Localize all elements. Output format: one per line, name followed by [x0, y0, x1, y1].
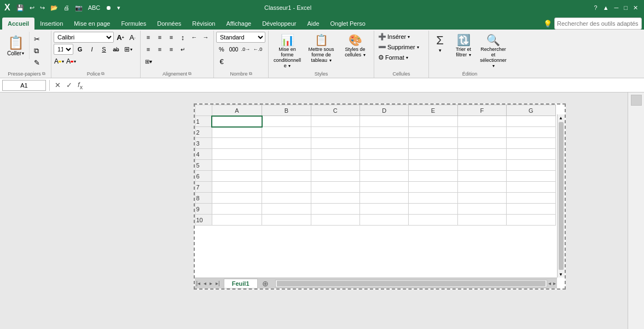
col-header-B[interactable]: B — [262, 105, 311, 116]
tab-insertion[interactable]: Insertion — [34, 18, 68, 30]
font-name-select[interactable]: Calibri — [54, 32, 114, 43]
cell-D10[interactable] — [359, 215, 408, 226]
scroll-thumb-h[interactable] — [277, 281, 546, 286]
cell-A8[interactable] — [212, 193, 262, 204]
cell-E10[interactable] — [409, 215, 457, 226]
strikethrough-button[interactable]: ab — [111, 44, 121, 55]
cell-C2[interactable] — [311, 127, 359, 138]
cell-B7[interactable] — [262, 182, 311, 193]
underline-button[interactable]: S — [98, 44, 109, 55]
col-header-G[interactable]: G — [507, 105, 555, 116]
mise-en-forme-cond-button[interactable]: 📊 Mise en forme conditionnelle ▾ — [271, 32, 304, 70]
qa-more-btn[interactable]: ▾ — [115, 3, 122, 13]
close-btn[interactable]: ✕ — [631, 3, 640, 13]
cell-E7[interactable] — [409, 182, 457, 193]
supprimer-button[interactable]: ➖ Supprimer ▾ — [376, 42, 421, 52]
scroll-up-btn[interactable]: ▲ — [558, 114, 565, 121]
cell-B4[interactable] — [262, 149, 311, 160]
cell-G2[interactable] — [507, 127, 555, 138]
align-bottom-btn[interactable]: ≡ — [166, 32, 177, 43]
qa-print-btn[interactable]: 🖨 — [62, 3, 71, 12]
cell-E6[interactable] — [409, 171, 457, 182]
minimize-btn[interactable]: ─ — [613, 3, 620, 12]
cell-B9[interactable] — [262, 204, 311, 215]
wrap-text-btn[interactable]: ↵ — [177, 44, 188, 55]
cell-E8[interactable] — [409, 193, 457, 204]
tab-accueil[interactable]: Accueil — [2, 18, 34, 30]
cell-F4[interactable] — [457, 149, 506, 160]
maximize-btn[interactable]: □ — [622, 3, 629, 12]
cell-D4[interactable] — [359, 149, 408, 160]
cell-A9[interactable] — [212, 204, 262, 215]
cell-C3[interactable] — [311, 138, 359, 149]
cell-F9[interactable] — [457, 204, 506, 215]
cell-G5[interactable] — [507, 160, 555, 171]
currency-btn[interactable]: € — [216, 56, 227, 67]
cell-D9[interactable] — [359, 204, 408, 215]
sheet-nav-last[interactable]: ▸| — [214, 280, 222, 286]
cell-A6[interactable] — [212, 171, 262, 182]
cell-A10[interactable] — [212, 215, 262, 226]
mettre-sous-forme-button[interactable]: 📋 Mettre sous forme de tableau ▾ — [305, 32, 338, 65]
cell-C9[interactable] — [311, 204, 359, 215]
cell-D6[interactable] — [359, 171, 408, 182]
merge-center-btn[interactable]: ⊞▾ — [143, 56, 154, 67]
cell-E3[interactable] — [409, 138, 457, 149]
tab-developpeur[interactable]: Développeur — [257, 18, 301, 30]
thousands-btn[interactable]: 000 — [228, 44, 239, 55]
presse-papiers-expand-icon[interactable]: ⧉ — [42, 71, 45, 77]
col-header-E[interactable]: E — [409, 105, 457, 116]
tab-aide[interactable]: Aide — [302, 18, 325, 30]
sigma-button[interactable]: Σ ▾ — [431, 32, 449, 55]
cell-D3[interactable] — [359, 138, 408, 149]
align-right-btn[interactable]: ≡ — [166, 44, 177, 55]
cell-D1[interactable] — [359, 116, 408, 127]
cell-F7[interactable] — [457, 182, 506, 193]
font-color-button[interactable]: A ▾ — [66, 56, 77, 67]
couper-button[interactable]: ✂ — [32, 34, 42, 44]
alignement-expand-icon[interactable]: ⧉ — [188, 71, 192, 77]
cell-G6[interactable] — [507, 171, 555, 182]
indent-increase-btn[interactable]: → — [200, 32, 211, 43]
cell-A3[interactable] — [212, 138, 262, 149]
align-top-btn[interactable]: ≡ — [143, 32, 154, 43]
cell-B5[interactable] — [262, 160, 311, 171]
tab-onglet-perso[interactable]: Onglet Perso — [325, 18, 371, 30]
italic-button[interactable]: I — [86, 44, 97, 55]
cell-B10[interactable] — [262, 215, 311, 226]
qa-screenshot-btn[interactable]: 📷 — [73, 3, 84, 13]
col-header-A[interactable]: A — [212, 105, 262, 116]
vertical-scrollbar[interactable]: ▲ ▼ — [557, 114, 565, 278]
police-expand-icon[interactable]: ⧉ — [101, 71, 105, 77]
scroll-left-btn[interactable]: ◂ — [547, 280, 552, 286]
decimal-decrease-btn[interactable]: ←.0 — [252, 44, 263, 55]
cell-A2[interactable] — [212, 127, 262, 138]
bold-button[interactable]: G — [74, 44, 85, 55]
cell-G10[interactable] — [507, 215, 555, 226]
qa-spell-btn[interactable]: ABC — [86, 3, 102, 12]
cell-E5[interactable] — [409, 160, 457, 171]
cell-G4[interactable] — [507, 149, 555, 160]
indent-decrease-btn[interactable]: ← — [189, 32, 200, 43]
qa-open-btn[interactable]: 📂 — [49, 3, 60, 13]
font-increase-icon[interactable]: A+ — [115, 32, 126, 43]
cell-D7[interactable] — [359, 182, 408, 193]
col-header-C[interactable]: C — [311, 105, 359, 116]
format-button[interactable]: ⚙ Format ▾ — [376, 53, 421, 62]
cell-C5[interactable] — [311, 160, 359, 171]
cell-E4[interactable] — [409, 149, 457, 160]
cell-G7[interactable] — [507, 182, 555, 193]
formula-input[interactable] — [86, 82, 642, 89]
tab-donnees[interactable]: Données — [152, 18, 187, 30]
tab-affichage[interactable]: Affichage — [221, 18, 257, 30]
cell-F8[interactable] — [457, 193, 506, 204]
cell-B1[interactable] — [262, 116, 311, 127]
confirm-formula-btn[interactable]: ✓ — [65, 81, 74, 89]
rechercher-button[interactable]: 🔍 Rechercher et sélectionner ▾ — [478, 32, 508, 70]
cell-D2[interactable] — [359, 127, 408, 138]
cell-C7[interactable] — [311, 182, 359, 193]
cell-F2[interactable] — [457, 127, 506, 138]
cell-F5[interactable] — [457, 160, 506, 171]
tab-mise-en-page[interactable]: Mise en page — [68, 18, 115, 30]
text-direction-btn[interactable]: ↕ — [177, 32, 188, 43]
